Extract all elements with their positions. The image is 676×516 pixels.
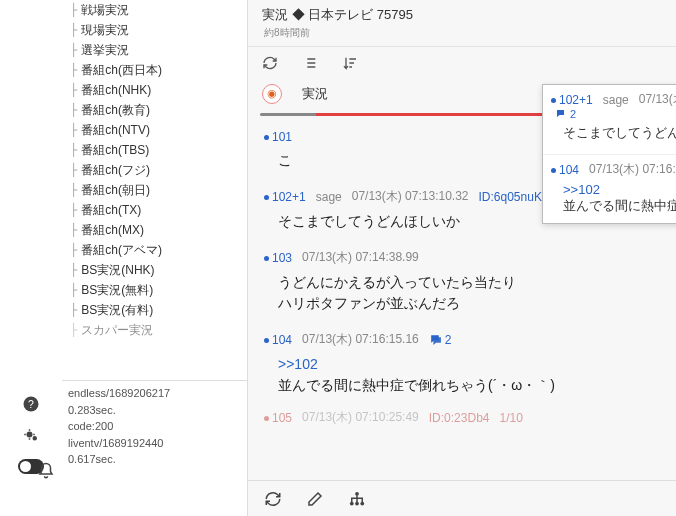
compose-icon[interactable] (306, 490, 324, 508)
board-item[interactable]: ├番組ch(朝日) (62, 180, 247, 200)
board-item[interactable]: ├BS実況(無料) (62, 280, 247, 300)
board-item[interactable]: ├番組ch(NTV) (62, 120, 247, 140)
board-label: 番組ch(NTV) (81, 122, 150, 139)
board-label: 番組ch(NHK) (81, 82, 151, 99)
board-label: 番組ch(西日本) (81, 62, 162, 79)
board-item[interactable]: ├番組ch(TBS) (62, 140, 247, 160)
board-item[interactable]: ├BS実況(NHK) (62, 260, 247, 280)
board-label: BS実況(有料) (81, 302, 153, 319)
post-body: >>102 並んでる間に熱中症で倒れちゃう(´・ω・｀) (551, 178, 676, 215)
board-sidebar: ├戦場実況 ├現場実況 ├選挙実況 ├番組ch(西日本) ├番組ch(NHK) … (62, 0, 248, 516)
reply-count[interactable]: 2 (555, 108, 676, 120)
post-number[interactable]: 102 (559, 93, 579, 107)
help-icon[interactable]: ? (22, 395, 40, 413)
thread-title: 実況 ◆ 日本テレビ 75795 (262, 6, 662, 24)
settings-gears-icon[interactable] (22, 427, 40, 445)
post: 104 07/13(木) 07:16:15.16 2 >>102 並んでる間に熱… (258, 324, 674, 406)
list-icon[interactable] (302, 55, 318, 71)
tree-icon[interactable] (348, 490, 366, 508)
status-line: code:200 (68, 418, 241, 435)
status-line: liventv/1689192440 (68, 435, 241, 452)
board-item[interactable]: ├番組ch(教育) (62, 100, 247, 120)
board-item[interactable]: ├BS実況(有料) (62, 300, 247, 320)
board-label: 番組ch(アベマ) (81, 242, 162, 259)
thread-badge-icon[interactable]: ◉ (262, 84, 282, 104)
bell-icon[interactable] (37, 462, 55, 480)
board-label: 番組ch(TBS) (81, 142, 149, 159)
svg-point-5 (360, 501, 364, 505)
sort-desc-icon[interactable] (342, 55, 358, 71)
board-item[interactable]: ├番組ch(アベマ) (62, 240, 247, 260)
board-label: スカパー実況 (81, 322, 153, 339)
board-label: 番組ch(フジ) (81, 162, 150, 179)
status-line: 0.283sec. (68, 402, 241, 419)
post-number[interactable]: 105 (272, 411, 292, 425)
board-tree[interactable]: ├戦場実況 ├現場実況 ├選挙実況 ├番組ch(西日本) ├番組ch(NHK) … (62, 0, 247, 380)
board-label: 番組ch(朝日) (81, 182, 150, 199)
svg-point-2 (355, 491, 359, 495)
svg-point-4 (355, 501, 359, 505)
post-number[interactable]: 104 (272, 333, 292, 347)
bottom-toolbar (248, 480, 676, 516)
board-label: 現場実況 (81, 22, 129, 39)
thread-time: 約8時間前 (264, 26, 662, 40)
status-line: 0.617sec. (68, 451, 241, 468)
refresh-icon[interactable] (264, 490, 282, 508)
reply-preview-popup: 102+1 sage 07/13(木) 07:13:10.32 ID:6q05n… (542, 84, 676, 224)
main-pane: 実況 ◆ 日本テレビ 75795 約8時間前 ◉ 実況 101 こ (248, 0, 676, 516)
board-item[interactable]: ├スカパー実況 (62, 320, 247, 340)
thread-toolbar (248, 47, 676, 81)
board-label: BS実況(無料) (81, 282, 153, 299)
post-number[interactable]: 104 (559, 163, 579, 177)
refresh-icon[interactable] (262, 55, 278, 71)
post-name: sage (316, 190, 342, 204)
post-body: うどんにかえるが入っていたら当たり ハリポタファンが並ぶんだろ (264, 266, 668, 314)
post: 105 07/13(木) 07:10:25:49 ID:0:23Db4 1/10 (258, 406, 674, 426)
quote-link[interactable]: >>102 (278, 356, 318, 372)
board-item[interactable]: ├番組ch(西日本) (62, 60, 247, 80)
board-label: 番組ch(TX) (81, 202, 141, 219)
post-number[interactable]: 102 (272, 190, 292, 204)
board-label: BS実況(NHK) (81, 262, 154, 279)
post-body: >>102 並んでる間に熱中症で倒れちゃう(´・ω・｀) (264, 348, 668, 396)
board-label: 番組ch(教育) (81, 102, 150, 119)
svg-text:?: ? (28, 398, 34, 410)
board-item[interactable]: ├現場実況 (62, 20, 247, 40)
status-log: endless/1689206217 0.283sec. code:200 li… (62, 380, 247, 476)
icon-rail: ? (0, 0, 62, 516)
board-label: 戦場実況 (81, 2, 129, 19)
post-date: 07/13(木) 07:16:15.16 (302, 331, 419, 348)
board-label: 選挙実況 (81, 42, 129, 59)
post-date: 07/13(木) 07:13:10.32 (352, 188, 469, 205)
svg-point-3 (350, 501, 354, 505)
board-item[interactable]: ├番組ch(フジ) (62, 160, 247, 180)
post-number[interactable]: 103 (272, 251, 292, 265)
reply-count[interactable]: 2 (429, 333, 452, 347)
post-body: そこまでしてうどんほしいか (551, 120, 676, 142)
board-item[interactable]: ├番組ch(TX) (62, 200, 247, 220)
status-line: endless/1689206217 (68, 385, 241, 402)
quote-link[interactable]: >>102 (563, 182, 600, 197)
post-date: 07/13(木) 07:14:38.99 (302, 249, 419, 266)
tab-label[interactable]: 実況 (292, 81, 338, 109)
post: 103 07/13(木) 07:14:38.99 うどんにかえるが入っていたら当… (258, 242, 674, 324)
thread-header: 実況 ◆ 日本テレビ 75795 約8時間前 (248, 0, 676, 47)
board-item[interactable]: ├番組ch(NHK) (62, 80, 247, 100)
post-number[interactable]: 101 (272, 130, 292, 144)
board-item[interactable]: ├番組ch(MX) (62, 220, 247, 240)
board-item[interactable]: ├選挙実況 (62, 40, 247, 60)
board-label: 番組ch(MX) (81, 222, 144, 239)
board-item[interactable]: ├戦場実況 (62, 0, 247, 20)
